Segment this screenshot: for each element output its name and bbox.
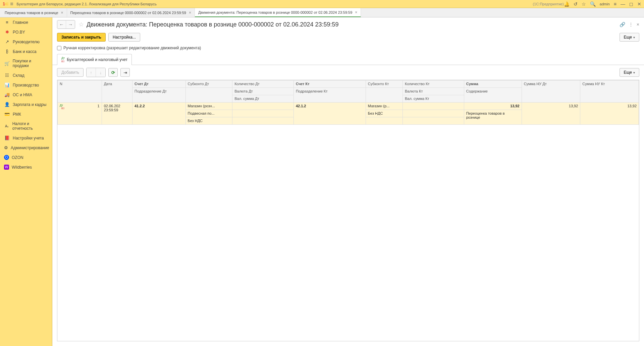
- tab-close-icon[interactable]: ×: [189, 10, 191, 15]
- th-empty: [366, 88, 402, 103]
- manual-edit-row: Ручная корректировка (разрешает редактир…: [52, 45, 644, 54]
- cell-nu-dt: 13,92: [522, 103, 580, 125]
- move-down-button[interactable]: ↓: [96, 68, 105, 77]
- sidebar-item-salary[interactable]: 👤Зарплата и кадры: [0, 100, 52, 109]
- inner-more-button[interactable]: Еще▾: [620, 68, 639, 77]
- tax-icon: Аₖ: [4, 124, 10, 128]
- bell-icon[interactable]: 🔔: [564, 1, 570, 7]
- sidebar-item-label: Зарплата и кадры: [13, 102, 46, 107]
- sidebar-item-wildberries[interactable]: WWildberries: [0, 162, 52, 172]
- th-cur-kt[interactable]: Валюта Кт: [403, 88, 464, 95]
- more-label: Еще: [624, 70, 632, 75]
- sidebar-item-label: Банк и касса: [13, 49, 37, 54]
- more-label: Еще: [624, 35, 632, 40]
- th-acc-kt[interactable]: Счет Кт: [293, 80, 366, 88]
- user-label[interactable]: admin: [600, 2, 610, 6]
- sidebar-item-admin[interactable]: ⚙Администрирование: [0, 143, 52, 153]
- manual-edit-checkbox[interactable]: [57, 46, 61, 50]
- th-content[interactable]: Содержание: [464, 88, 522, 103]
- search-icon[interactable]: 🔍: [590, 1, 596, 7]
- cell-qty-kt-2: [403, 110, 464, 117]
- page-title: Движения документа: Переоценка товаров в…: [87, 21, 620, 28]
- tab-label: Переоценка товаров в рознице: [5, 11, 58, 15]
- settings-button[interactable]: Настройка...: [108, 33, 140, 42]
- cell-sub-kt-2: Без НДС: [366, 110, 402, 117]
- sidebar-item-sales[interactable]: 🛒Покупки и продажи: [0, 56, 52, 70]
- tabs-bar: Переоценка товаров в рознице × Переоценк…: [0, 8, 644, 17]
- link-icon[interactable]: 🔗: [620, 22, 625, 27]
- th-nu-dt[interactable]: Сумма НУ Дт: [522, 80, 580, 103]
- minimize-button[interactable]: —: [621, 1, 625, 7]
- grid-icon: ☷: [4, 73, 10, 78]
- gear-icon: ⚙: [4, 145, 8, 150]
- th-n[interactable]: N: [58, 80, 102, 103]
- sidebar-item-poby[interactable]: ✱PO.BY: [0, 27, 52, 37]
- sidebar-item-acc-settings[interactable]: 📕Настройки учета: [0, 133, 52, 143]
- tab-doc-movements[interactable]: Движения документа: Переоценка товаров в…: [195, 8, 361, 17]
- app-title: Бухгалтерия для Беларуси, редакция 2.1. …: [17, 2, 531, 6]
- th-dept-dt[interactable]: Подразделение Дт: [132, 88, 185, 103]
- save-close-button[interactable]: Записать и закрыть: [57, 33, 106, 42]
- th-sub-kt[interactable]: Субконто Кт: [366, 80, 402, 88]
- th-dept-kt[interactable]: Подразделение Кт: [293, 88, 366, 103]
- more-button[interactable]: Еще▾: [620, 33, 639, 42]
- add-button[interactable]: Добавить: [57, 68, 84, 77]
- person-icon: 👤: [4, 102, 10, 107]
- th-date[interactable]: Дата: [102, 80, 132, 103]
- sidebar-item-ozon[interactable]: OOZON: [0, 153, 52, 162]
- cell-qty-dt-3: [232, 117, 294, 125]
- sidebar-item-main[interactable]: ≡Главное: [0, 17, 52, 27]
- close-page-icon[interactable]: ×: [637, 22, 639, 27]
- cell-content: Переоценка товаров в рознице: [464, 110, 522, 125]
- th-acc-dt[interactable]: Счет Дт: [132, 80, 185, 88]
- sidebar-item-label: Руководителю: [13, 40, 40, 44]
- history-icon[interactable]: ↺: [574, 1, 578, 7]
- chevron-down-icon: ▾: [633, 36, 635, 39]
- menu-icon: ≡: [4, 20, 10, 25]
- th-sum[interactable]: Сумма: [464, 80, 522, 88]
- sidebar-item-production[interactable]: 📊Производство: [0, 80, 52, 90]
- tab-close-icon[interactable]: ×: [61, 10, 63, 15]
- star-icon: ✱: [4, 30, 10, 35]
- sidebar-item-bank[interactable]: ₿Банк и касса: [0, 47, 52, 56]
- movements-table[interactable]: N Дата Счет Дт Субконто Дт Количество Дт…: [57, 80, 639, 341]
- sidebar-item-rmk[interactable]: 💳РМК: [0, 109, 52, 119]
- th-qty-kt[interactable]: Количество Кт: [403, 80, 464, 88]
- th-empty: [185, 88, 232, 103]
- favorite-icon[interactable]: ☆: [78, 21, 84, 28]
- sidebar-item-os-nma[interactable]: 🚚ОС и НМА: [0, 90, 52, 100]
- logo-1c: 1⊂: [3, 1, 9, 6]
- move-up-button[interactable]: ↑: [87, 68, 96, 77]
- more-vertical-icon[interactable]: ⋮: [629, 22, 633, 27]
- th-qty-dt[interactable]: Количество Дт: [232, 80, 294, 88]
- settings-icon[interactable]: ≡: [614, 1, 616, 7]
- th-nu-kt[interactable]: Сумма НУ Кт: [580, 80, 639, 103]
- close-button[interactable]: ✕: [637, 1, 641, 7]
- cell-acc-dt: 41.2.2: [132, 103, 185, 125]
- star-icon[interactable]: ☆: [582, 1, 586, 7]
- tab-revaluation-doc[interactable]: Переоценка товаров в рознице 0000-000002…: [67, 8, 195, 17]
- sidebar-item-manager[interactable]: ↗Руководителю: [0, 37, 52, 47]
- maximize-button[interactable]: ◻: [629, 1, 633, 7]
- card-icon: 💳: [4, 112, 10, 117]
- sidebar-item-label: Покупки и продажи: [13, 59, 48, 68]
- th-sub-dt[interactable]: Субконто Дт: [185, 80, 232, 88]
- refresh-button[interactable]: ⟳: [108, 68, 118, 77]
- toolbar: Записать и закрыть Настройка... Еще▾: [52, 32, 644, 45]
- tab-accounting[interactable]: ДтКт Бухгалтерский и налоговый учет: [57, 54, 132, 65]
- tab-close-icon[interactable]: ×: [355, 10, 357, 15]
- main-menu-icon[interactable]: ≡: [10, 1, 13, 7]
- tab-label: Переоценка товаров в рознице 0000-000002…: [70, 11, 186, 15]
- nav-back-button[interactable]: ←: [57, 20, 66, 28]
- export-button[interactable]: ⇥: [120, 68, 130, 77]
- sidebar-item-taxes[interactable]: АₖНалоги и отчетность: [0, 119, 52, 133]
- sidebar-item-warehouse[interactable]: ☷Склад: [0, 70, 52, 80]
- tab-revaluation-list[interactable]: Переоценка товаров в рознице ×: [1, 8, 67, 17]
- th-curval-kt[interactable]: Вал. сумма Кт: [403, 95, 464, 103]
- table-row[interactable]: Дт Кт 1 02.06.202 23:59:59 41.2.2 Магази…: [58, 103, 639, 110]
- nav-forward-button[interactable]: →: [66, 20, 75, 28]
- tab-label: Движения документа: Переоценка товаров в…: [198, 10, 352, 14]
- manual-edit-label: Ручная корректировка (разрешает редактир…: [63, 46, 201, 50]
- th-curval-dt[interactable]: Вал. сумма Дт: [232, 95, 294, 103]
- th-cur-dt[interactable]: Валюта Дт: [232, 88, 294, 95]
